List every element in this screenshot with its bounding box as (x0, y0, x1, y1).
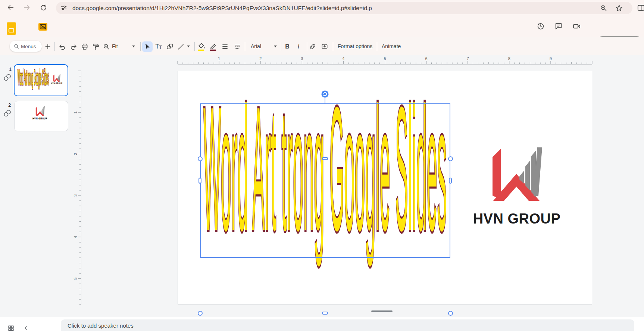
url-text: docs.google.com/presentation/d/1Hi22hVNh… (72, 2, 372, 14)
zoom-in-icon (103, 43, 110, 50)
selection-handle-bottom-middle[interactable] (322, 312, 328, 315)
rotation-handle[interactable] (321, 90, 329, 98)
link-icon (309, 43, 316, 50)
thumbnail-1-wordart: Word Art trong Google Slides (17, 69, 49, 88)
meet-call-button[interactable] (572, 21, 581, 31)
new-slide-button[interactable] (43, 41, 53, 52)
border-weight-button[interactable] (220, 41, 230, 52)
back-arrow-icon (6, 3, 15, 12)
selection-handle-top-middle[interactable] (322, 157, 328, 160)
selection-handle-bottom-left[interactable] (198, 311, 203, 316)
hvn-logo-text[interactable]: HVN GROUP (472, 211, 561, 227)
italic-button[interactable]: I (293, 41, 304, 52)
selection-box[interactable] (200, 103, 450, 258)
thumbnail-1-logo-text: HVN GROUP (47, 82, 66, 84)
animate-button[interactable]: Animate (382, 41, 401, 51)
chevron-left-icon[interactable] (23, 325, 29, 331)
fill-color-button[interactable] (196, 41, 207, 52)
svg-text:5: 5 (384, 56, 386, 61)
side-panel-button[interactable] (636, 3, 644, 13)
comments-button[interactable] (554, 21, 563, 31)
speaker-notes-input[interactable]: Click to add speaker notes (61, 319, 634, 331)
zoom-dropdown[interactable] (132, 46, 135, 47)
thumbnail-2-logo-mark (35, 106, 45, 116)
speaker-notes-placeholder: Click to add speaker notes (68, 322, 134, 329)
toolbar-search-menus[interactable]: Menus (10, 41, 42, 52)
insert-line-button[interactable] (176, 41, 186, 52)
comment-icon (554, 22, 563, 30)
browser-forward-button[interactable] (22, 3, 32, 12)
reload-icon (40, 4, 47, 12)
border-color-button[interactable] (208, 41, 219, 52)
app-header: HVN Saved to Drive File Edit (0, 16, 644, 37)
hvn-logo-mark[interactable] (491, 147, 543, 201)
line-dash-icon (234, 43, 241, 50)
redo-button[interactable] (68, 41, 79, 52)
undo-button[interactable] (57, 41, 68, 52)
print-button[interactable] (79, 41, 90, 52)
svg-text:2: 2 (259, 56, 262, 61)
cursor-arrow-icon (144, 43, 151, 50)
svg-text:1: 1 (73, 111, 78, 113)
comment-add-icon (321, 43, 328, 50)
zoom-button[interactable] (101, 41, 112, 52)
bold-icon: B (285, 43, 290, 50)
slides-home-button[interactable] (7, 22, 16, 35)
paint-format-button[interactable] (91, 41, 101, 52)
address-bar[interactable]: docs.google.com/presentation/d/1Hi22hVNh… (56, 2, 632, 14)
forward-arrow-icon (23, 3, 31, 12)
paint-roller-icon (92, 43, 100, 50)
line-tool-icon (177, 43, 185, 50)
browser-zoom-out-button[interactable] (598, 3, 608, 13)
bold-button[interactable]: B (282, 41, 293, 52)
insert-link-button[interactable] (307, 41, 318, 52)
menus-label: Menus (21, 44, 36, 49)
format-options-button[interactable]: Format options (338, 41, 372, 51)
browser-reload-button[interactable] (38, 3, 48, 12)
svg-text:3: 3 (301, 56, 303, 61)
selection-handle-middle-right[interactable] (449, 178, 452, 184)
insert-shape-button[interactable] (165, 41, 175, 52)
selection-handle-top-right[interactable] (448, 156, 453, 161)
printer-icon (81, 43, 88, 50)
video-camera-icon (572, 22, 581, 31)
chevron-down-icon (132, 46, 135, 47)
slide-1-number: 1 (9, 66, 12, 72)
toolbar-divider (54, 42, 55, 51)
selection-handle-bottom-right[interactable] (448, 311, 453, 316)
border-dash-button[interactable] (232, 41, 243, 52)
slide-thumbnail-1[interactable]: Word Art trong Google Slides HVN GROUP (14, 64, 68, 96)
selection-handle-top-left[interactable] (198, 156, 203, 161)
select-tool-button[interactable] (142, 41, 153, 52)
svg-text:4: 4 (73, 236, 78, 238)
font-dropdown[interactable] (274, 46, 277, 47)
horizontal-ruler: 123456789 (0, 55, 644, 65)
selection-handle-middle-left[interactable] (198, 178, 201, 184)
version-history-button[interactable] (536, 21, 545, 31)
slide-thumbnail-2[interactable]: HVN GROUP (14, 101, 68, 131)
font-family-select[interactable]: Arial (251, 41, 261, 51)
text-box-button[interactable]: TT (153, 41, 164, 52)
svg-text:8: 8 (508, 56, 510, 61)
line-dropdown[interactable] (187, 46, 190, 47)
toolbar-divider (140, 42, 141, 51)
paint-bucket-icon (197, 42, 206, 51)
add-comment-button[interactable] (319, 41, 330, 52)
image-disabled-icon (38, 23, 47, 31)
site-settings-button[interactable] (59, 3, 69, 13)
zoom-level-select[interactable]: Fit (112, 41, 118, 51)
browser-chrome: docs.google.com/presentation/d/1Hi22hVNh… (0, 0, 644, 17)
zoom-out-icon (600, 4, 607, 12)
rotation-handle-stem (325, 97, 325, 104)
browser-back-button[interactable] (6, 3, 15, 12)
toolbar-divider (245, 42, 245, 51)
screen: docs.google.com/presentation/d/1Hi22hVNh… (0, 0, 644, 331)
history-clock-icon (537, 22, 545, 30)
thumbnail-1-logo-mark (53, 74, 60, 82)
plus-icon (44, 43, 51, 50)
horizontal-scrollbar[interactable] (371, 310, 393, 312)
line-weight-icon (221, 43, 229, 50)
grid-view-icon[interactable] (7, 325, 15, 331)
bookmark-star-button[interactable] (614, 3, 624, 13)
svg-text:2: 2 (73, 153, 78, 155)
